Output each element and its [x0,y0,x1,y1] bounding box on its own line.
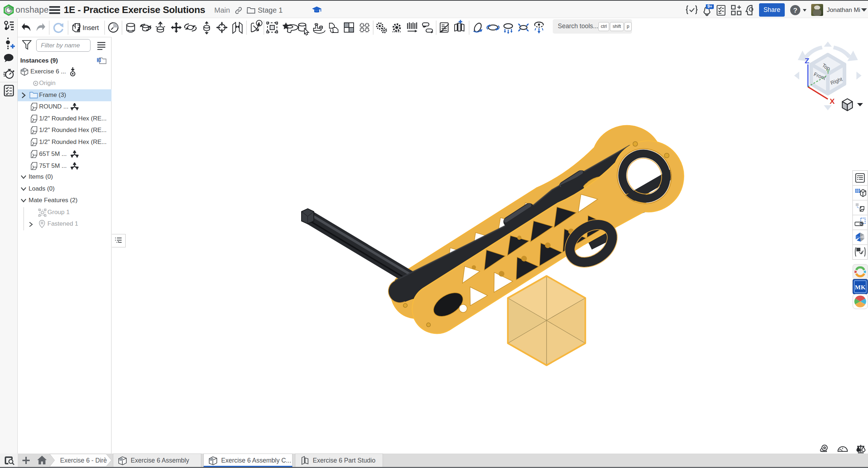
svg-text:Z: Z [805,56,809,65]
svg-text:Exercise 6 - Dirѐ: Exercise 6 - Dirѐ [60,457,107,464]
svg-text:?: ? [793,7,797,14]
svg-text:Insert: Insert [83,24,99,31]
svg-text:9+: 9+ [707,4,712,9]
svg-text:MK: MK [855,284,866,291]
svg-text:Y: Y [826,68,830,75]
svg-text:X: X [830,97,835,105]
